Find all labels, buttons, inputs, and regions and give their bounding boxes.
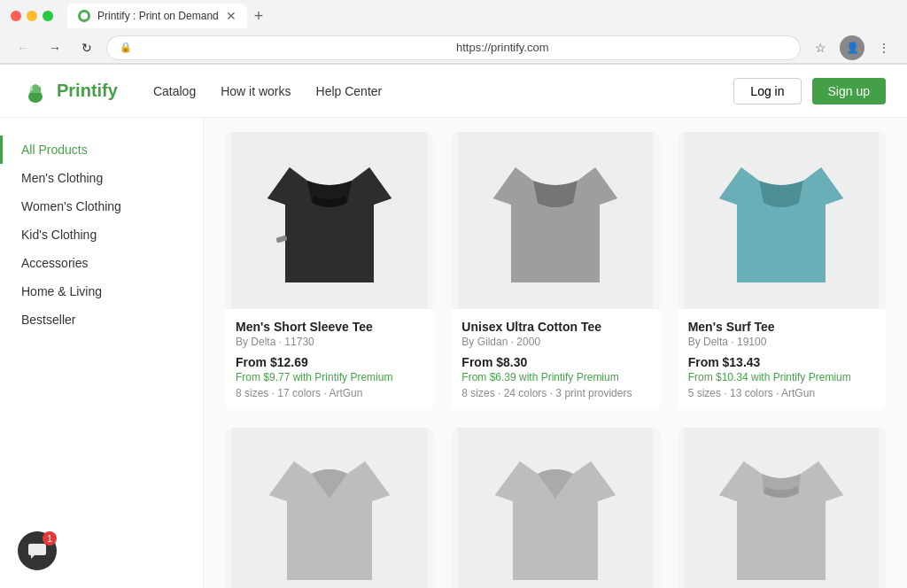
sidebar: All Products Men's Clothing Women's Clot…	[0, 118, 204, 588]
close-dot[interactable]	[11, 11, 21, 21]
product-image-1	[451, 132, 659, 309]
tab-close-button[interactable]: ✕	[226, 9, 236, 23]
signup-button[interactable]: Sign up	[812, 78, 886, 104]
user-avatar[interactable]: 👤	[840, 35, 864, 60]
chat-icon	[27, 541, 47, 561]
sidebar-item-mens-clothing[interactable]: Men's Clothing	[0, 164, 203, 192]
product-name-1: Unisex Ultra Cotton Tee	[461, 320, 648, 334]
product-name-2: Men's Surf Tee	[688, 320, 875, 334]
menu-button[interactable]: ⋮	[872, 35, 896, 60]
product-by-0: By Delta · 11730	[236, 336, 422, 348]
main-content: Men's Short Sleeve Tee By Delta · 11730 …	[204, 118, 907, 588]
logo[interactable]: Printify	[21, 77, 118, 105]
product-meta-1: 8 sizes · 24 colors · 3 print providers	[461, 387, 648, 399]
chat-badge: 1	[43, 531, 57, 545]
browser-title-bar: Printify : Print on Demand ✕ +	[0, 0, 907, 32]
site-header: Printify Catalog How it works Help Cente…	[0, 65, 907, 118]
product-image-5	[678, 428, 886, 588]
product-image-2	[678, 132, 886, 309]
sidebar-item-bestseller[interactable]: Bestseller	[0, 306, 203, 334]
product-premium-2: From $10.34 with Printify Premium	[688, 371, 875, 383]
content-area: All Products Men's Clothing Women's Clot…	[0, 118, 907, 588]
product-info-1: Unisex Ultra Cotton Tee By Gildan · 2000…	[451, 309, 659, 410]
logo-icon	[21, 77, 50, 105]
nav-help-center[interactable]: Help Center	[316, 84, 383, 98]
url-text: https://printify.com	[456, 41, 787, 54]
browser-chrome: Printify : Print on Demand ✕ + ← → ↻ 🔒 h…	[0, 0, 907, 65]
product-card-4[interactable]: Men's Fitted V-Neck Short Sle...	[451, 428, 659, 588]
browser-toolbar: ← → ↻ 🔒 https://printify.com ☆ 👤 ⋮	[0, 32, 907, 64]
tab-label: Printify : Print on Demand	[97, 10, 219, 22]
product-card-1[interactable]: Unisex Ultra Cotton Tee By Gildan · 2000…	[451, 132, 659, 410]
product-premium-0: From $9.77 with Printify Premium	[236, 371, 422, 383]
sidebar-item-kids-clothing[interactable]: Kid's Clothing	[0, 220, 203, 249]
product-name-0: Men's Short Sleeve Tee	[236, 320, 422, 334]
logo-text: Printify	[57, 81, 118, 101]
tab-favicon	[78, 10, 90, 22]
sidebar-item-home-living[interactable]: Home & Living	[0, 277, 203, 306]
forward-button[interactable]: →	[43, 35, 67, 60]
product-premium-1: From $6.39 with Printify Premium	[461, 371, 648, 383]
bookmark-button[interactable]: ☆	[808, 35, 833, 60]
main-nav: Catalog How it works Help Center	[153, 84, 382, 98]
new-tab-button[interactable]: +	[251, 7, 267, 26]
product-meta-0: 8 sizes · 17 colors · ArtGun	[236, 387, 422, 399]
chat-widget[interactable]: 1	[18, 531, 57, 570]
active-tab[interactable]: Printify : Print on Demand ✕	[67, 4, 247, 28]
minimize-dot[interactable]	[27, 11, 37, 21]
lock-icon: 🔒	[120, 42, 451, 53]
nav-catalog[interactable]: Catalog	[153, 84, 196, 98]
login-button[interactable]: Log in	[733, 78, 801, 104]
browser-tabs: Printify : Print on Demand ✕ +	[67, 4, 267, 28]
refresh-button[interactable]: ↻	[74, 35, 99, 60]
header-actions: Log in Sign up	[733, 78, 886, 104]
product-by-1: By Gildan · 2000	[461, 336, 648, 348]
maximize-dot[interactable]	[43, 11, 53, 21]
sidebar-item-all-products[interactable]: All Products	[0, 135, 203, 164]
product-card-3[interactable]: Unisex Jersey Short Sleeve V...	[225, 428, 433, 588]
sidebar-item-womens-clothing[interactable]: Women's Clothing	[0, 192, 203, 220]
back-button[interactable]: ←	[11, 35, 35, 60]
product-image-0	[225, 132, 433, 309]
product-grid: Men's Short Sleeve Tee By Delta · 11730 …	[225, 132, 886, 588]
product-card-5[interactable]: Men's Fitted Short Sleeve Tee	[678, 428, 886, 588]
product-image-3	[225, 428, 433, 588]
svg-point-0	[81, 12, 88, 19]
product-image-4	[451, 428, 659, 588]
page: Printify Catalog How it works Help Cente…	[0, 65, 907, 588]
svg-point-2	[29, 86, 33, 91]
product-info-2: Men's Surf Tee By Delta · 19100 From $13…	[678, 309, 886, 410]
product-by-2: By Delta · 19100	[688, 336, 875, 348]
product-info-0: Men's Short Sleeve Tee By Delta · 11730 …	[225, 309, 433, 410]
product-price-2: From $13.43	[688, 355, 875, 369]
address-bar[interactable]: 🔒 https://printify.com	[106, 35, 801, 60]
product-price-0: From $12.69	[236, 355, 422, 369]
product-meta-2: 5 sizes · 13 colors · ArtGun	[688, 387, 875, 399]
product-card-2[interactable]: Men's Surf Tee By Delta · 19100 From $13…	[678, 132, 886, 410]
sidebar-item-accessories[interactable]: Accessories	[0, 249, 203, 277]
product-price-1: From $8.30	[461, 355, 648, 369]
nav-how-it-works[interactable]: How it works	[221, 84, 291, 98]
browser-dots	[11, 11, 53, 21]
product-card-0[interactable]: Men's Short Sleeve Tee By Delta · 11730 …	[225, 132, 433, 410]
